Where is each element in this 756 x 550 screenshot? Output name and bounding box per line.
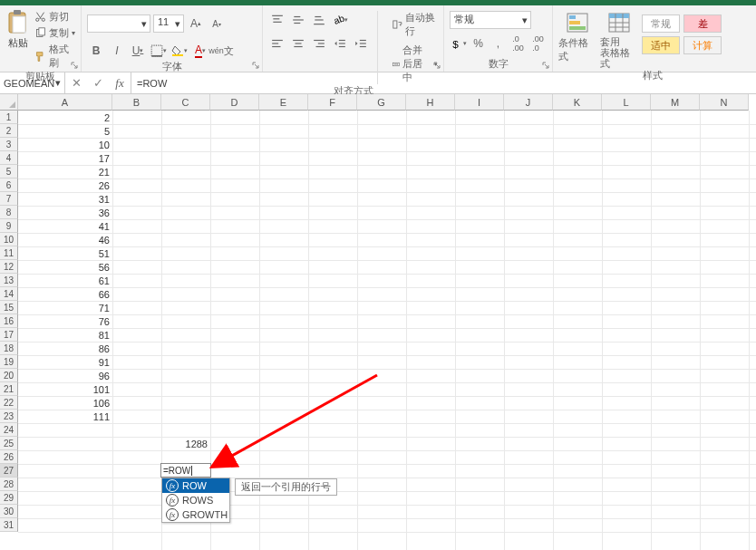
row-header[interactable]: 3 xyxy=(0,138,18,151)
row-header[interactable]: 22 xyxy=(0,396,18,410)
style-tag-neutral[interactable]: 适中 xyxy=(642,36,680,54)
wrap-text-button[interactable]: 自动换行 xyxy=(393,11,438,38)
editing-cell[interactable]: =ROW xyxy=(160,463,211,478)
style-tag-bad[interactable]: 差 xyxy=(683,14,722,33)
align-top-button[interactable] xyxy=(268,11,286,29)
spreadsheet-grid[interactable]: ABCDEFGHIJKLMN 1234567891011121314151617… xyxy=(0,94,756,550)
row-header[interactable]: 29 xyxy=(0,491,18,505)
italic-button[interactable]: I xyxy=(108,42,126,60)
column-header[interactable]: A xyxy=(18,94,112,111)
decrease-font-button[interactable]: A▾ xyxy=(208,14,226,33)
row-header[interactable]: 18 xyxy=(0,342,18,355)
percent-button[interactable]: % xyxy=(470,34,487,53)
font-size-select[interactable]: 11 ▾ xyxy=(153,14,184,33)
column-header[interactable]: E xyxy=(259,94,308,111)
autocomplete-item[interactable]: fxROW xyxy=(162,478,229,493)
cell[interactable]: 91 xyxy=(18,355,112,369)
style-tag-normal[interactable]: 常规 xyxy=(642,14,680,33)
cell[interactable]: 21 xyxy=(18,165,112,179)
select-all-button[interactable] xyxy=(0,94,18,111)
row-header[interactable]: 11 xyxy=(0,246,18,260)
phonetic-button[interactable]: wén文 xyxy=(212,42,230,60)
paste-button[interactable]: 粘贴 xyxy=(5,7,31,70)
cell[interactable]: 51 xyxy=(18,246,112,260)
row-header[interactable]: 20 xyxy=(0,369,18,382)
align-middle-button[interactable] xyxy=(289,11,307,29)
row-header[interactable]: 23 xyxy=(0,410,18,423)
row-header[interactable]: 28 xyxy=(0,478,18,491)
cell[interactable]: 61 xyxy=(18,274,112,287)
copy-button[interactable]: 复制 ▾ xyxy=(34,26,75,40)
row-header[interactable]: 25 xyxy=(0,437,18,450)
cell[interactable]: 71 xyxy=(18,301,112,314)
table-format-button[interactable]: 套用 表格格式 xyxy=(600,11,638,69)
currency-button[interactable]: $▾ xyxy=(450,34,467,53)
name-box[interactable]: GEOMEAN ▾ xyxy=(0,72,65,93)
column-header[interactable]: L xyxy=(602,94,651,111)
dialog-launcher-icon[interactable] xyxy=(251,61,260,70)
row-header[interactable]: 2 xyxy=(0,124,18,138)
row-header[interactable]: 13 xyxy=(0,274,18,287)
cell[interactable]: 26 xyxy=(18,179,112,192)
row-header[interactable]: 15 xyxy=(0,301,18,314)
align-left-button[interactable] xyxy=(268,34,286,53)
increase-font-button[interactable]: A▴ xyxy=(187,14,205,33)
cell[interactable]: 101 xyxy=(18,382,112,396)
row-header[interactable]: 21 xyxy=(0,382,18,396)
row-header[interactable]: 24 xyxy=(0,423,18,437)
autocomplete-item[interactable]: fxROWS xyxy=(162,493,229,507)
row-header[interactable]: 6 xyxy=(0,179,18,192)
row-header[interactable]: 16 xyxy=(0,314,18,328)
row-header[interactable]: 1 xyxy=(0,111,18,124)
column-header[interactable]: H xyxy=(406,94,455,111)
enter-formula-button[interactable]: ✓ xyxy=(87,76,109,90)
row-header[interactable]: 19 xyxy=(0,355,18,369)
orientation-button[interactable]: ab▾ xyxy=(331,11,349,29)
cell[interactable]: 17 xyxy=(18,151,112,165)
conditional-format-button[interactable]: 条件格式 xyxy=(558,11,596,69)
column-header[interactable]: F xyxy=(308,94,357,111)
cell[interactable]: 36 xyxy=(18,206,112,219)
insert-function-button[interactable]: fx xyxy=(109,76,131,91)
decrease-indent-button[interactable] xyxy=(331,34,349,53)
align-bottom-button[interactable] xyxy=(310,11,328,29)
row-header[interactable]: 8 xyxy=(0,206,18,219)
row-header[interactable]: 4 xyxy=(0,151,18,165)
align-center-button[interactable] xyxy=(289,34,307,53)
row-header[interactable]: 31 xyxy=(0,518,18,532)
cell[interactable]: 31 xyxy=(18,192,112,206)
column-header[interactable]: D xyxy=(210,94,259,111)
row-header[interactable]: 10 xyxy=(0,233,18,246)
underline-button[interactable]: U ▾ xyxy=(129,42,147,60)
dialog-launcher-icon[interactable] xyxy=(432,61,441,70)
column-header[interactable]: C xyxy=(161,94,210,111)
cut-button[interactable]: 剪切 xyxy=(34,10,75,24)
cell[interactable]: 76 xyxy=(18,314,112,328)
column-header[interactable]: I xyxy=(455,94,504,111)
cell[interactable]: 56 xyxy=(18,260,112,274)
row-header[interactable]: 14 xyxy=(0,287,18,301)
function-autocomplete-popup[interactable]: 返回一个引用的行号 fxROWfxROWSfxGROWTH xyxy=(161,478,230,523)
row-header[interactable]: 5 xyxy=(0,165,18,179)
cell[interactable]: 41 xyxy=(18,219,112,233)
fill-color-button[interactable]: ▾ xyxy=(170,42,189,60)
row-header[interactable]: 27 xyxy=(0,464,18,478)
row-header[interactable]: 9 xyxy=(0,219,18,233)
cell[interactable]: 106 xyxy=(18,396,112,410)
cell[interactable]: 86 xyxy=(18,342,112,355)
style-tag-calc[interactable]: 计算 xyxy=(683,36,722,54)
align-right-button[interactable] xyxy=(310,34,328,53)
merge-center-button[interactable]: 合并后居中 ▾ xyxy=(393,43,438,84)
dialog-launcher-icon[interactable] xyxy=(541,61,550,70)
font-color-button[interactable]: A▾ xyxy=(191,42,209,60)
cell[interactable]: 96 xyxy=(18,369,112,382)
column-header[interactable]: K xyxy=(553,94,602,111)
column-header[interactable]: M xyxy=(651,94,700,111)
decrease-decimal-button[interactable]: .00.0 xyxy=(529,34,547,53)
row-header[interactable]: 30 xyxy=(0,505,18,518)
cell[interactable]: 1288 xyxy=(161,437,210,450)
row-header[interactable]: 7 xyxy=(0,192,18,206)
cell[interactable]: 66 xyxy=(18,287,112,301)
bold-button[interactable]: B xyxy=(87,42,105,60)
number-format-select[interactable]: 常规 ▾ xyxy=(450,11,531,29)
